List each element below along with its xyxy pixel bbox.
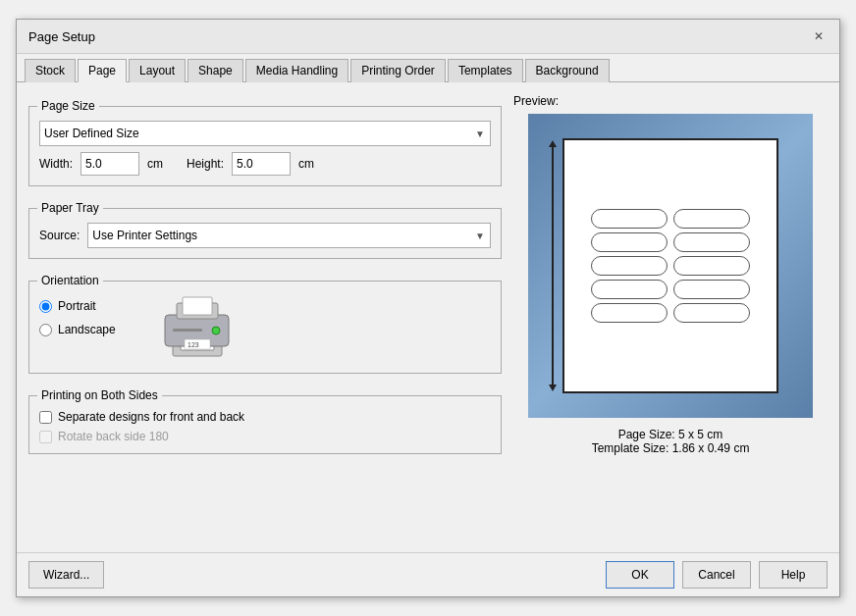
portrait-row: Portrait xyxy=(39,299,116,313)
orientation-group: Orientation Portrait Landscape xyxy=(28,281,502,374)
page-size-label: Page Size xyxy=(37,99,99,113)
printing-both-sides-label: Printing on Both Sides xyxy=(37,388,162,402)
portrait-label: Portrait xyxy=(58,299,96,313)
paper-tray-group: Paper Tray Source: Use Printer Settings xyxy=(28,208,502,259)
tab-templates[interactable]: Templates xyxy=(448,59,523,82)
preview-label: Preview: xyxy=(513,94,559,108)
tab-printing-order[interactable]: Printing Order xyxy=(350,59,446,82)
size-select-wrapper: User Defined Size xyxy=(39,121,491,146)
height-unit: cm xyxy=(298,157,314,171)
width-unit: cm xyxy=(147,157,163,171)
label-item xyxy=(591,232,668,252)
tab-bar: Stock Page Layout Shape Media Handling P… xyxy=(17,54,839,82)
label-row-3 xyxy=(591,256,750,276)
label-item xyxy=(591,280,668,299)
printing-both-sides-group: Printing on Both Sides Separate designs … xyxy=(28,395,502,454)
label-row-2 xyxy=(591,232,750,252)
width-input[interactable] xyxy=(80,152,139,176)
separate-designs-row: Separate designs for front and back xyxy=(39,410,491,424)
left-panel: Page Size User Defined Size Width: cm He… xyxy=(28,94,502,540)
separate-designs-checkbox[interactable] xyxy=(39,411,52,424)
label-item xyxy=(591,209,668,229)
label-item xyxy=(673,280,750,299)
rotate-back-label: Rotate back side 180 xyxy=(58,430,169,443)
close-button[interactable]: ✕ xyxy=(810,27,828,45)
paper-tray-select[interactable]: Use Printer Settings xyxy=(87,223,491,248)
rotate-back-row: Rotate back side 180 xyxy=(39,430,491,443)
tab-page[interactable]: Page xyxy=(78,59,127,82)
height-arrow xyxy=(547,140,559,391)
bottom-bar: Wizard... OK Cancel Help xyxy=(17,552,839,596)
landscape-row: Landscape xyxy=(39,323,116,336)
cancel-button[interactable]: Cancel xyxy=(682,561,751,589)
orientation-radios: Portrait Landscape xyxy=(39,289,116,336)
height-input[interactable] xyxy=(232,152,291,176)
page-size-select[interactable]: User Defined Size xyxy=(39,121,491,146)
tab-shape[interactable]: Shape xyxy=(187,59,243,82)
page-size-group: Page Size User Defined Size Width: cm He… xyxy=(28,106,502,186)
dimensions-row: Width: cm Height: cm xyxy=(39,152,491,176)
dialog-title: Page Setup xyxy=(28,29,95,44)
source-row: Source: Use Printer Settings xyxy=(39,223,491,248)
width-label: Width: xyxy=(39,157,73,171)
tab-layout[interactable]: Layout xyxy=(129,59,186,82)
orientation-label: Orientation xyxy=(37,274,103,287)
separate-designs-label: Separate designs for front and back xyxy=(58,410,244,424)
paper-tray-label: Paper Tray xyxy=(37,201,103,215)
help-button[interactable]: Help xyxy=(759,561,828,589)
preview-page xyxy=(562,138,778,393)
template-size-info: Template Size: 1.86 x 0.49 cm xyxy=(592,441,750,455)
svg-rect-8 xyxy=(173,329,202,332)
right-panel: Preview: xyxy=(513,94,828,540)
wizard-button[interactable]: Wizard... xyxy=(28,561,104,589)
ok-button[interactable]: OK xyxy=(606,561,674,589)
portrait-radio[interactable] xyxy=(39,300,52,313)
height-label: Height: xyxy=(187,157,224,171)
label-row-5 xyxy=(591,303,750,323)
source-label: Source: xyxy=(39,229,80,242)
label-row-4 xyxy=(591,280,750,299)
landscape-label: Landscape xyxy=(58,323,116,336)
label-item xyxy=(673,209,750,229)
label-item xyxy=(591,256,668,276)
tab-media-handling[interactable]: Media Handling xyxy=(245,59,348,82)
svg-point-7 xyxy=(212,327,220,334)
label-item xyxy=(673,303,750,323)
label-item xyxy=(673,256,750,276)
dialog: Page Setup ✕ Stock Page Layout Shape Med… xyxy=(16,19,840,597)
preview-canvas xyxy=(528,114,813,418)
title-bar: Page Setup ✕ xyxy=(17,20,839,54)
page-size-info: Page Size: 5 x 5 cm xyxy=(592,428,750,441)
action-buttons: OK Cancel Help xyxy=(606,561,828,589)
landscape-radio[interactable] xyxy=(39,324,52,336)
svg-rect-4 xyxy=(183,297,212,315)
source-select-wrapper: Use Printer Settings xyxy=(87,223,491,248)
content-area: Page Size User Defined Size Width: cm He… xyxy=(17,82,839,552)
tab-background[interactable]: Background xyxy=(525,59,610,82)
label-item xyxy=(673,232,750,252)
label-item xyxy=(591,303,668,323)
label-row-1 xyxy=(591,209,750,229)
orientation-section: Portrait Landscape xyxy=(39,289,491,363)
svg-text:123: 123 xyxy=(187,341,199,348)
printer-icon: 123 xyxy=(155,293,239,363)
tab-stock[interactable]: Stock xyxy=(25,59,76,82)
preview-info: Page Size: 5 x 5 cm Template Size: 1.86 … xyxy=(592,428,750,455)
rotate-back-checkbox[interactable] xyxy=(39,431,52,443)
